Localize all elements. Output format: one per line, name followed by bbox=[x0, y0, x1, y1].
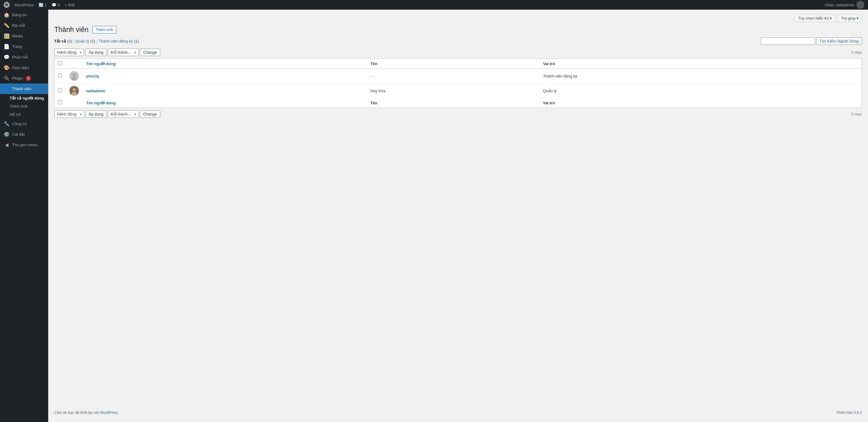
items-count-bottom: 2 mục bbox=[851, 112, 862, 116]
sidebar: 🏠 Bảng tin ✏️ Bài viết 🖼️ Media 📄 Trang … bbox=[0, 10, 48, 422]
select-all-checkbox[interactable] bbox=[58, 61, 62, 65]
footer-wp-link[interactable]: WordPress bbox=[100, 411, 118, 415]
topbar: W WordPress 🔄 1 💬 0 + Mới Chào, webadmin bbox=[0, 0, 868, 10]
display-options-button[interactable]: Tùy chọn hiển thị ▾ bbox=[795, 14, 835, 22]
search-input[interactable] bbox=[761, 37, 815, 45]
change-button-bottom[interactable]: Change bbox=[140, 110, 160, 118]
updates-link[interactable]: 🔄 1 bbox=[38, 3, 47, 7]
sidebar-item-label: Thu gọn menu bbox=[12, 143, 38, 147]
action-dropdown-wrapper-top: Hành động bbox=[54, 49, 84, 56]
sidebar-item-thanh-vien[interactable]: 👤 Thành viên bbox=[0, 84, 48, 94]
svg-point-3 bbox=[73, 88, 76, 91]
site-name-link[interactable]: WordPress bbox=[14, 3, 34, 7]
apply-button-bottom[interactable]: Áp dụng bbox=[85, 110, 107, 118]
username-link-webadmin[interactable]: webadmin bbox=[86, 89, 105, 93]
filter-subscriber-count: (1) bbox=[134, 39, 139, 43]
page-title: Thành viên bbox=[54, 26, 89, 34]
table-row: phuclq — Thành viên đăng ký bbox=[55, 69, 862, 84]
filter-links: Tất cả (2) | Quản lý (1) | Thành viên đă… bbox=[54, 39, 139, 43]
page-heading: Thành viên Thêm mới bbox=[54, 26, 862, 34]
actions-bar-bottom: Hành động Áp dụng Đổi thành... Change 2 … bbox=[54, 110, 862, 118]
username-link-phuclq[interactable]: phuclq bbox=[86, 74, 99, 79]
change-to-dropdown-top[interactable]: Đổi thành... bbox=[108, 49, 138, 56]
comments-icon: 💬 bbox=[52, 3, 56, 7]
user-avatar-webadmin bbox=[69, 86, 79, 95]
sidebar-item-cai-dat[interactable]: ⚙️ Cài đặt bbox=[0, 129, 48, 140]
plugin-badge: 1 bbox=[26, 76, 31, 81]
cai-dat-icon: ⚙️ bbox=[4, 131, 10, 137]
row-checkbox-webadmin[interactable] bbox=[58, 88, 62, 92]
sidebar-item-phan-hoi[interactable]: 💬 Phản hồi bbox=[0, 52, 48, 62]
header-avatar-col bbox=[66, 59, 83, 69]
sep1: | bbox=[73, 39, 74, 43]
footer-username-sort-link[interactable]: Tên người dùng bbox=[86, 101, 116, 105]
search-users-form: Tìm Kiếm Người Dùng bbox=[761, 37, 862, 45]
footer-role: Vai trò bbox=[539, 98, 862, 108]
filter-bar: Tất cả (2) | Quản lý (1) | Thành viên đă… bbox=[54, 37, 862, 45]
submenu-them-moi[interactable]: Thêm mới bbox=[0, 102, 48, 110]
user-avatar[interactable] bbox=[857, 1, 864, 9]
change-to-dropdown-wrapper-bottom: Đổi thành... bbox=[108, 110, 138, 118]
action-dropdown-bottom[interactable]: Hành động bbox=[54, 110, 84, 118]
row-checkbox-cell bbox=[55, 69, 66, 84]
sidebar-item-giao-dien[interactable]: 🎨 Giao diện bbox=[0, 62, 48, 73]
svg-point-0 bbox=[73, 73, 76, 77]
help-button[interactable]: Trợ giúp ▾ bbox=[838, 14, 862, 22]
svg-point-1 bbox=[71, 77, 77, 80]
thu-gon-icon: ◀ bbox=[4, 142, 10, 148]
sidebar-item-bang-tin[interactable]: 🏠 Bảng tin bbox=[0, 10, 48, 20]
filter-admin-count: (1) bbox=[90, 39, 95, 43]
change-to-dropdown-wrapper-top: Đổi thành... bbox=[108, 49, 138, 56]
plugin-icon: 🔌 bbox=[4, 76, 10, 81]
sidebar-item-plugin[interactable]: 🔌 Plugin 1 bbox=[0, 73, 48, 84]
change-to-dropdown-bottom[interactable]: Đổi thành... bbox=[108, 110, 138, 118]
filter-subscriber-link[interactable]: Thành viên đăng ký bbox=[98, 39, 133, 43]
sidebar-item-cong-cu[interactable]: 🔧 Công cụ bbox=[0, 118, 48, 129]
phan-hoi-icon: 💬 bbox=[4, 54, 10, 60]
giao-dien-icon: 🎨 bbox=[4, 65, 10, 70]
table-header-row: Tên người dùng Tên Vai trò bbox=[55, 59, 862, 69]
top-options-bar: Tùy chọn hiển thị ▾ Trợ giúp ▾ bbox=[54, 14, 862, 22]
footer-checkbox-col bbox=[55, 98, 66, 108]
sidebar-item-thu-gon[interactable]: ◀ Thu gọn menu bbox=[0, 140, 48, 150]
new-content-link[interactable]: + Mới bbox=[65, 3, 75, 7]
apply-button-top[interactable]: Áp dụng bbox=[85, 49, 107, 56]
sidebar-item-label: Giao diện bbox=[12, 65, 29, 70]
select-all-footer-checkbox[interactable] bbox=[58, 100, 62, 104]
row-role-cell-phuclq: Thành viên đăng ký bbox=[539, 69, 862, 84]
footer-version: Phiên bản 5.9.3 bbox=[837, 411, 862, 415]
new-content-label: + Mới bbox=[65, 3, 75, 7]
table-footer-row: Tên người dùng Tên Vai trò bbox=[55, 98, 862, 108]
webadmin-avatar-icon bbox=[70, 87, 79, 95]
row-name-cell-phuclq: — bbox=[367, 69, 539, 84]
sep2: | bbox=[96, 39, 97, 43]
thanh-vien-submenu: Tất cả người dùng Thêm mới Hồ sơ bbox=[0, 94, 48, 118]
submenu-ho-so[interactable]: Hồ sơ bbox=[0, 110, 48, 118]
add-new-button[interactable]: Thêm mới bbox=[92, 26, 117, 33]
sidebar-item-bai-viet[interactable]: ✏️ Bài viết bbox=[0, 20, 48, 31]
sidebar-item-trang[interactable]: 📄 Trang bbox=[0, 41, 48, 52]
sidebar-item-label: Thành viên bbox=[12, 87, 31, 91]
comments-link[interactable]: 💬 0 bbox=[52, 3, 60, 7]
wp-logo-link[interactable]: W bbox=[4, 2, 10, 8]
header-checkbox-col bbox=[55, 59, 66, 69]
cong-cu-icon: 🔧 bbox=[4, 121, 10, 127]
filter-admin-link[interactable]: Quản lý bbox=[75, 39, 89, 43]
sidebar-item-label: Phản hồi bbox=[12, 55, 28, 59]
users-table: Tên người dùng Tên Vai trò bbox=[54, 58, 862, 108]
sidebar-item-media[interactable]: 🖼️ Media bbox=[0, 31, 48, 41]
default-avatar-icon bbox=[70, 72, 79, 80]
updates-count: 1 bbox=[44, 3, 47, 7]
submenu-tat-ca-nguoi-dung[interactable]: Tất cả người dùng bbox=[0, 94, 48, 102]
header-username[interactable]: Tên người dùng bbox=[83, 59, 367, 69]
sidebar-item-label: Cài đặt bbox=[12, 132, 25, 137]
table-row: webadmin Huy Kira Quản lý bbox=[55, 84, 862, 98]
change-button-top[interactable]: Change bbox=[140, 49, 160, 56]
row-role-cell-webadmin: Quản lý bbox=[539, 84, 862, 98]
search-users-button[interactable]: Tìm Kiếm Người Dùng bbox=[816, 37, 862, 45]
row-checkbox-phuclq[interactable] bbox=[58, 73, 62, 78]
sidebar-item-label: Bài viết bbox=[12, 23, 25, 28]
username-sort-link[interactable]: Tên người dùng bbox=[86, 61, 116, 66]
footer-username[interactable]: Tên người dùng bbox=[83, 98, 367, 108]
action-dropdown-top[interactable]: Hành động bbox=[54, 49, 84, 56]
